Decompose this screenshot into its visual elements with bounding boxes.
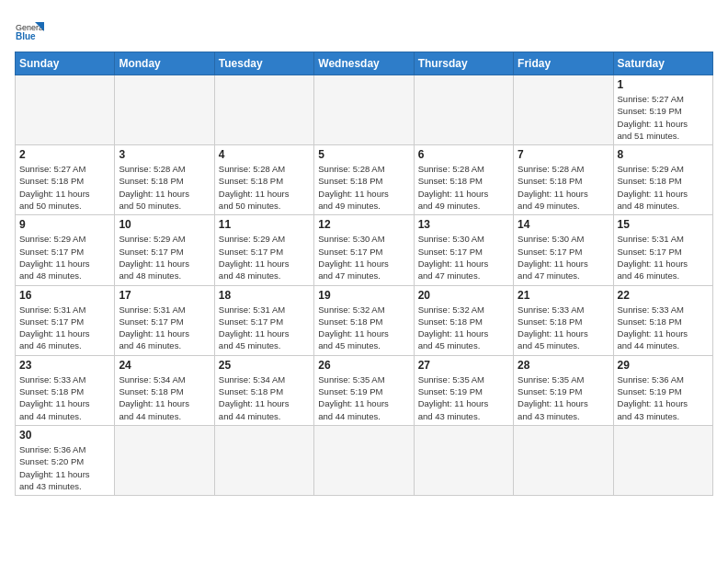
logo-icon: General Blue: [15, 18, 44, 44]
day-info: Sunrise: 5:28 AMSunset: 5:18 PMDaylight:…: [418, 163, 509, 212]
day-number: 17: [119, 289, 210, 302]
day-info: Sunrise: 5:30 AMSunset: 5:17 PMDaylight:…: [518, 233, 609, 282]
day-info: Sunrise: 5:29 AMSunset: 5:18 PMDaylight:…: [618, 163, 709, 212]
day-info: Sunrise: 5:29 AMSunset: 5:17 PMDaylight:…: [219, 233, 310, 282]
day-number: 15: [618, 218, 709, 231]
calendar-cell: 19Sunrise: 5:32 AMSunset: 5:18 PMDayligh…: [314, 285, 414, 355]
day-info: Sunrise: 5:28 AMSunset: 5:18 PMDaylight:…: [518, 163, 609, 212]
day-number: 5: [318, 148, 409, 161]
page-header: General Blue: [15, 15, 713, 44]
day-number: 23: [19, 359, 110, 372]
day-info: Sunrise: 5:36 AMSunset: 5:20 PMDaylight:…: [19, 443, 110, 492]
day-info: Sunrise: 5:30 AMSunset: 5:17 PMDaylight:…: [318, 233, 409, 282]
calendar-cell: 27Sunrise: 5:35 AMSunset: 5:19 PMDayligh…: [414, 355, 513, 425]
day-number: 27: [418, 359, 509, 372]
day-info: Sunrise: 5:29 AMSunset: 5:17 PMDaylight:…: [19, 233, 110, 282]
day-number: 2: [19, 148, 110, 161]
logo: General Blue: [15, 18, 44, 44]
calendar-cell: [314, 75, 414, 145]
calendar-cell: 25Sunrise: 5:34 AMSunset: 5:18 PMDayligh…: [214, 355, 313, 425]
day-number: 20: [418, 289, 509, 302]
day-info: Sunrise: 5:33 AMSunset: 5:18 PMDaylight:…: [618, 304, 709, 352]
day-info: Sunrise: 5:34 AMSunset: 5:18 PMDaylight:…: [119, 373, 210, 422]
weekday-header-monday: Monday: [115, 52, 214, 75]
calendar-cell: 5Sunrise: 5:28 AMSunset: 5:18 PMDaylight…: [314, 145, 414, 215]
day-info: Sunrise: 5:31 AMSunset: 5:17 PMDaylight:…: [618, 233, 709, 282]
weekday-header-tuesday: Tuesday: [214, 52, 313, 75]
calendar-cell: [214, 425, 313, 495]
calendar-cell: 11Sunrise: 5:29 AMSunset: 5:17 PMDayligh…: [214, 215, 313, 285]
day-number: 28: [518, 359, 609, 372]
day-info: Sunrise: 5:30 AMSunset: 5:17 PMDaylight:…: [418, 233, 509, 282]
calendar-cell: 8Sunrise: 5:29 AMSunset: 5:18 PMDaylight…: [613, 145, 712, 215]
day-number: 26: [318, 359, 409, 372]
calendar-cell: [414, 425, 513, 495]
day-number: 30: [19, 429, 110, 442]
day-info: Sunrise: 5:35 AMSunset: 5:19 PMDaylight:…: [418, 373, 509, 422]
day-info: Sunrise: 5:31 AMSunset: 5:17 PMDaylight:…: [219, 304, 310, 352]
calendar-cell: [414, 75, 513, 145]
week-row-5: 23Sunrise: 5:33 AMSunset: 5:18 PMDayligh…: [16, 355, 713, 425]
calendar-cell: 7Sunrise: 5:28 AMSunset: 5:18 PMDaylight…: [514, 145, 613, 215]
day-number: 25: [219, 359, 310, 372]
day-number: 24: [119, 359, 210, 372]
weekday-header-saturday: Saturday: [613, 52, 712, 75]
day-info: Sunrise: 5:33 AMSunset: 5:18 PMDaylight:…: [518, 304, 609, 352]
calendar-cell: 29Sunrise: 5:36 AMSunset: 5:19 PMDayligh…: [613, 355, 712, 425]
calendar-cell: 1Sunrise: 5:27 AMSunset: 5:19 PMDaylight…: [613, 75, 712, 145]
day-number: 1: [618, 78, 709, 91]
day-info: Sunrise: 5:29 AMSunset: 5:17 PMDaylight:…: [119, 233, 210, 282]
calendar-cell: 22Sunrise: 5:33 AMSunset: 5:18 PMDayligh…: [613, 285, 712, 355]
day-number: 18: [219, 289, 310, 302]
weekday-header-wednesday: Wednesday: [314, 52, 414, 75]
weekday-header-sunday: Sunday: [16, 52, 115, 75]
calendar-cell: 3Sunrise: 5:28 AMSunset: 5:18 PMDaylight…: [115, 145, 214, 215]
week-row-6: 30Sunrise: 5:36 AMSunset: 5:20 PMDayligh…: [16, 425, 713, 495]
weekday-header-friday: Friday: [514, 52, 613, 75]
day-number: 6: [418, 148, 509, 161]
week-row-4: 16Sunrise: 5:31 AMSunset: 5:17 PMDayligh…: [16, 285, 713, 355]
day-info: Sunrise: 5:33 AMSunset: 5:18 PMDaylight:…: [19, 373, 110, 422]
day-number: 21: [518, 289, 609, 302]
day-info: Sunrise: 5:35 AMSunset: 5:19 PMDaylight:…: [518, 373, 609, 422]
calendar-cell: 12Sunrise: 5:30 AMSunset: 5:17 PMDayligh…: [314, 215, 414, 285]
day-info: Sunrise: 5:27 AMSunset: 5:19 PMDaylight:…: [618, 93, 709, 142]
calendar-cell: [613, 425, 712, 495]
calendar-cell: 28Sunrise: 5:35 AMSunset: 5:19 PMDayligh…: [514, 355, 613, 425]
day-info: Sunrise: 5:28 AMSunset: 5:18 PMDaylight:…: [318, 163, 409, 212]
day-number: 19: [318, 289, 409, 302]
calendar-cell: [514, 425, 613, 495]
weekday-header-row: SundayMondayTuesdayWednesdayThursdayFrid…: [16, 52, 713, 75]
day-number: 8: [618, 148, 709, 161]
day-info: Sunrise: 5:31 AMSunset: 5:17 PMDaylight:…: [19, 304, 110, 352]
day-number: 7: [518, 148, 609, 161]
calendar-cell: 2Sunrise: 5:27 AMSunset: 5:18 PMDaylight…: [16, 145, 115, 215]
calendar-cell: [514, 75, 613, 145]
day-number: 13: [418, 218, 509, 231]
calendar-cell: 30Sunrise: 5:36 AMSunset: 5:20 PMDayligh…: [16, 425, 115, 495]
calendar-cell: 4Sunrise: 5:28 AMSunset: 5:18 PMDaylight…: [214, 145, 313, 215]
calendar-cell: 24Sunrise: 5:34 AMSunset: 5:18 PMDayligh…: [115, 355, 214, 425]
calendar-cell: [16, 75, 115, 145]
calendar-cell: [115, 425, 214, 495]
day-info: Sunrise: 5:28 AMSunset: 5:18 PMDaylight:…: [219, 163, 310, 212]
calendar-cell: 15Sunrise: 5:31 AMSunset: 5:17 PMDayligh…: [613, 215, 712, 285]
day-number: 10: [119, 218, 210, 231]
calendar-cell: 21Sunrise: 5:33 AMSunset: 5:18 PMDayligh…: [514, 285, 613, 355]
day-number: 9: [19, 218, 110, 231]
day-number: 16: [19, 289, 110, 302]
day-info: Sunrise: 5:32 AMSunset: 5:18 PMDaylight:…: [318, 304, 409, 352]
calendar-cell: 18Sunrise: 5:31 AMSunset: 5:17 PMDayligh…: [214, 285, 313, 355]
calendar-cell: 13Sunrise: 5:30 AMSunset: 5:17 PMDayligh…: [414, 215, 513, 285]
calendar-cell: [314, 425, 414, 495]
svg-text:Blue: Blue: [16, 31, 36, 41]
calendar-table: SundayMondayTuesdayWednesdayThursdayFrid…: [15, 52, 713, 496]
calendar-cell: 10Sunrise: 5:29 AMSunset: 5:17 PMDayligh…: [115, 215, 214, 285]
weekday-header-thursday: Thursday: [414, 52, 513, 75]
day-info: Sunrise: 5:32 AMSunset: 5:18 PMDaylight:…: [418, 304, 509, 352]
calendar-cell: 6Sunrise: 5:28 AMSunset: 5:18 PMDaylight…: [414, 145, 513, 215]
day-number: 14: [518, 218, 609, 231]
day-info: Sunrise: 5:28 AMSunset: 5:18 PMDaylight:…: [119, 163, 210, 212]
day-info: Sunrise: 5:31 AMSunset: 5:17 PMDaylight:…: [119, 304, 210, 352]
day-info: Sunrise: 5:35 AMSunset: 5:19 PMDaylight:…: [318, 373, 409, 422]
